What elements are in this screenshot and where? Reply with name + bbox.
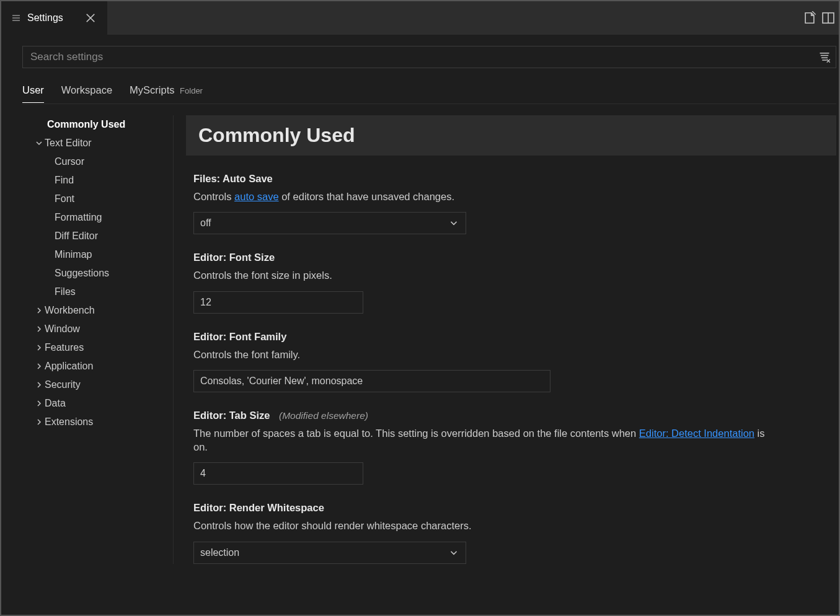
chevron-right-icon — [33, 361, 45, 371]
toc-security[interactable]: Security — [22, 376, 173, 394]
chevron-right-icon — [33, 343, 45, 353]
close-icon[interactable] — [84, 12, 97, 24]
setting-title: Editor: Render Whitespace — [193, 502, 776, 514]
clear-filter-icon[interactable] — [818, 51, 831, 63]
chevron-right-icon — [33, 417, 45, 427]
settings-search[interactable] — [22, 46, 836, 68]
auto-save-select[interactable]: off — [193, 212, 466, 234]
toc-features[interactable]: Features — [22, 338, 173, 357]
toc-commonly-used[interactable]: Commonly Used — [22, 115, 173, 134]
open-settings-json-icon[interactable] — [803, 11, 816, 25]
chevron-right-icon — [33, 380, 45, 390]
modified-badge: (Modified elsewhere) — [279, 410, 368, 421]
scope-workspace[interactable]: Workspace — [61, 84, 112, 102]
toc-data[interactable]: Data — [22, 394, 173, 413]
scope-folder-name: MyScripts — [130, 84, 174, 95]
setting-description: Controls how the editor should render wh… — [193, 519, 776, 532]
chevron-right-icon — [33, 324, 45, 334]
toc-formatting[interactable]: Formatting — [22, 208, 173, 227]
setting-editor-font-size: Editor: Font Size Controls the font size… — [193, 252, 776, 313]
toc-extensions[interactable]: Extensions — [22, 413, 173, 431]
scope-folder[interactable]: MyScripts Folder — [130, 84, 203, 102]
tab-size-input[interactable]: 4 — [193, 462, 363, 485]
toc-application[interactable]: Application — [22, 357, 173, 376]
settings-main: Commonly Used Files: Auto Save Controls … — [174, 115, 839, 564]
chevron-right-icon — [33, 306, 45, 315]
scope-user[interactable]: User — [22, 84, 44, 102]
input-value: Consolas, 'Courier New', monospace — [200, 376, 363, 387]
link-auto-save[interactable]: auto save — [234, 191, 279, 202]
split-editor-icon[interactable] — [821, 11, 835, 25]
section-title: Commonly Used — [198, 124, 824, 147]
chevron-down-icon — [448, 547, 459, 558]
tab-title: Settings — [27, 12, 63, 24]
section-header: Commonly Used — [186, 115, 836, 156]
setting-title: Editor: Font Family — [193, 331, 776, 343]
render-whitespace-select[interactable]: selection — [193, 542, 466, 564]
toc-text-editor[interactable]: Text Editor — [22, 134, 173, 152]
setting-files-auto-save: Files: Auto Save Controls auto save of e… — [193, 173, 776, 234]
setting-description: Controls auto save of editors that have … — [193, 190, 776, 203]
setting-title: Editor: Font Size — [193, 252, 776, 263]
setting-editor-font-family: Editor: Font Family Controls the font fa… — [193, 331, 776, 392]
toc-files[interactable]: Files — [22, 283, 173, 301]
select-value: selection — [200, 547, 239, 558]
toc-find[interactable]: Find — [22, 171, 173, 190]
toc-minimap[interactable]: Minimap — [22, 245, 173, 264]
font-family-input[interactable]: Consolas, 'Courier New', monospace — [193, 370, 550, 392]
toc-diff-editor[interactable]: Diff Editor — [22, 227, 173, 245]
chevron-right-icon — [33, 398, 45, 408]
setting-description: Controls the font size in pixels. — [193, 268, 776, 282]
toc-font[interactable]: Font — [22, 190, 173, 208]
toc-window[interactable]: Window — [22, 320, 173, 338]
settings-toc: Commonly Used Text Editor Cursor Find Fo… — [22, 115, 174, 564]
toc-workbench[interactable]: Workbench — [22, 301, 173, 320]
input-value: 4 — [200, 468, 206, 479]
setting-editor-render-whitespace: Editor: Render Whitespace Controls how t… — [193, 502, 776, 563]
input-value: 12 — [200, 297, 211, 308]
font-size-input[interactable]: 12 — [193, 291, 363, 314]
select-value: off — [200, 218, 211, 229]
scope-folder-suffix: Folder — [180, 86, 203, 95]
setting-description: Controls the font family. — [193, 348, 776, 361]
link-detect-indentation[interactable]: Editor: Detect Indentation — [639, 428, 754, 439]
setting-title: Files: Auto Save — [193, 173, 776, 185]
tab-settings[interactable]: Settings — [1, 1, 107, 35]
setting-description: The number of spaces a tab is equal to. … — [193, 426, 776, 454]
settings-tab-icon — [11, 13, 21, 23]
setting-title: Editor: Tab Size (Modified elsewhere) — [193, 410, 776, 421]
chevron-down-icon — [448, 218, 459, 229]
settings-scope-tabs: User Workspace MyScripts Folder — [22, 84, 836, 104]
title-actions — [803, 1, 835, 35]
toc-cursor[interactable]: Cursor — [22, 152, 173, 171]
setting-editor-tab-size: Editor: Tab Size (Modified elsewhere) Th… — [193, 410, 776, 485]
search-input[interactable] — [30, 51, 818, 63]
toc-suggestions[interactable]: Suggestions — [22, 264, 173, 283]
editor-tabbar: Settings — [1, 1, 839, 35]
chevron-down-icon — [33, 138, 45, 148]
